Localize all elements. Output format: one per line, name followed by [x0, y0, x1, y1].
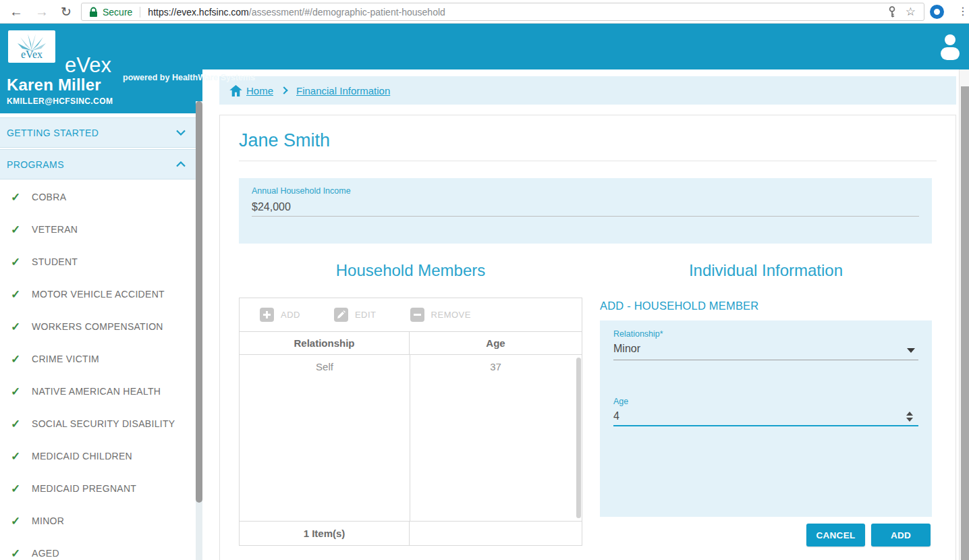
- main-content: Home Financial Information Jane Smith An…: [202, 69, 959, 560]
- age-field-label: Age: [613, 397, 628, 406]
- check-icon: ✓: [11, 514, 32, 528]
- page-scrollbar[interactable]: [959, 69, 969, 560]
- brand-title: eVex: [65, 55, 111, 76]
- home-icon[interactable]: [229, 85, 242, 96]
- age-input[interactable]: [613, 408, 918, 426]
- url-separator: [140, 7, 140, 18]
- edit-member-button[interactable]: EDIT: [334, 308, 377, 322]
- column-divider: [410, 355, 410, 521]
- bookmark-star-icon[interactable]: ☆: [906, 6, 916, 18]
- program-label: MEDICAID CHILDREN: [32, 451, 132, 461]
- sidebar-program-item[interactable]: ✓ MEDICAID CHILDREN: [0, 440, 196, 472]
- check-icon: ✓: [11, 449, 32, 464]
- divider: [239, 161, 937, 161]
- check-icon: ✓: [11, 190, 32, 204]
- breadcrumb-current-link[interactable]: Financial Information: [296, 85, 390, 96]
- sidebar-program-item[interactable]: ✓ CRIME VICTIM: [0, 343, 196, 375]
- table-body: Self 37: [240, 355, 582, 521]
- program-label: CRIME VICTIM: [32, 354, 99, 364]
- check-icon: ✓: [11, 320, 32, 334]
- table-row[interactable]: Self 37: [240, 355, 582, 379]
- evex-logo: eVex: [8, 30, 55, 63]
- address-bar[interactable]: Secure https://evex.hcfsinc.com/assessme…: [81, 3, 924, 21]
- sidebar-program-item[interactable]: ✓ AGED: [0, 537, 196, 560]
- sidebar-scrollbar[interactable]: [196, 101, 202, 560]
- sidebar-program-item[interactable]: ✓ VETERAN: [0, 213, 196, 246]
- check-icon: ✓: [11, 287, 32, 302]
- table-scrollbar-thumb[interactable]: [576, 358, 581, 518]
- content-card: Jane Smith Annual Household Income House…: [219, 115, 956, 560]
- program-label: COBRA: [32, 192, 66, 202]
- chevron-up-icon: [175, 161, 186, 167]
- sidebar-section-getting-started[interactable]: GETTING STARTED: [0, 117, 196, 148]
- breadcrumb: Home Financial Information: [219, 76, 956, 105]
- program-label: WORKERS COMPENSATION: [32, 321, 163, 332]
- select-dropdown-arrow-icon: [907, 348, 915, 353]
- edit-button-label: EDIT: [355, 310, 377, 320]
- program-label: NATIVE AMERICAN HEALTH: [32, 386, 161, 397]
- user-account-icon[interactable]: [940, 33, 960, 63]
- pencil-icon: [334, 308, 348, 322]
- number-spinner-icon[interactable]: [905, 412, 914, 422]
- relationship-selected-value: Minor: [613, 343, 640, 355]
- cancel-button[interactable]: CANCEL: [806, 524, 865, 547]
- check-icon: ✓: [11, 482, 32, 496]
- padlock-icon[interactable]: [89, 7, 98, 18]
- sidebar-program-item[interactable]: ✓ MEDICAID PREGNANT: [0, 472, 196, 505]
- sidebar-program-item[interactable]: ✓ SOCIAL SECURITY DISABILITY: [0, 408, 196, 440]
- back-button-icon[interactable]: ←: [8, 5, 24, 18]
- check-icon: ✓: [11, 385, 32, 399]
- sidebar: Karen Miller KMILLER@HCFSINC.COM GETTING…: [0, 69, 202, 560]
- add-member-button[interactable]: ADD: [260, 308, 300, 322]
- chevron-down-icon: [175, 130, 186, 136]
- check-icon: ✓: [11, 352, 32, 366]
- table-footer: 1 Item(s): [240, 521, 582, 545]
- table-header-row: Relationship Age: [240, 332, 582, 355]
- url-host: https://evex.hcfsinc.com: [148, 7, 248, 18]
- minus-icon: [410, 308, 424, 322]
- remove-member-button[interactable]: REMOVE: [410, 308, 471, 322]
- reload-button-icon[interactable]: ↻: [58, 5, 74, 18]
- check-icon: ✓: [11, 223, 32, 237]
- check-icon: ✓: [11, 547, 32, 560]
- browser-menu-icon[interactable]: ⋮: [958, 5, 968, 18]
- spinner-down-arrow[interactable]: [906, 418, 913, 422]
- add-button[interactable]: ADD: [871, 524, 931, 547]
- program-label: AGED: [32, 548, 59, 559]
- sidebar-program-item[interactable]: ✓ COBRA: [0, 181, 196, 213]
- secure-label: Secure: [103, 7, 132, 18]
- sidebar-program-item[interactable]: ✓ WORKERS COMPENSATION: [0, 310, 196, 343]
- column-header-age: Age: [410, 332, 582, 354]
- powered-by-text: powered by HealthWare Systems: [123, 73, 255, 82]
- sidebar-scrollbar-thumb[interactable]: [196, 101, 202, 503]
- app-header: eVex eVex powered by HealthWare Systems: [0, 24, 969, 69]
- sidebar-program-item[interactable]: ✓ MOTOR VEHICLE ACCIDENT: [0, 278, 196, 310]
- program-list: ✓ COBRA ✓ VETERAN ✓ STUDENT ✓ MOTOR VEHI…: [0, 181, 202, 560]
- household-members-title: Household Members: [239, 261, 582, 280]
- getting-started-label: GETTING STARTED: [7, 128, 175, 138]
- relationship-select[interactable]: Minor: [613, 341, 918, 360]
- programs-label: PROGRAMS: [7, 159, 175, 170]
- breadcrumb-home-link[interactable]: Home: [246, 85, 273, 96]
- individual-information-title: Individual Information: [600, 261, 932, 280]
- program-label: SOCIAL SECURITY DISABILITY: [32, 418, 175, 429]
- household-members-table: ADD EDIT REMOVE Relationship Age: [239, 298, 582, 546]
- add-household-member-subtitle: ADD - HOUSEHOLD MEMBER: [600, 300, 758, 312]
- page-scrollbar-thumb[interactable]: [961, 86, 969, 560]
- password-key-icon[interactable]: [888, 6, 896, 18]
- plus-icon: [260, 308, 274, 322]
- profile-badge-icon[interactable]: [930, 5, 944, 19]
- check-icon: ✓: [11, 417, 32, 431]
- spinner-up-arrow[interactable]: [906, 412, 913, 416]
- remove-button-label: REMOVE: [431, 310, 471, 320]
- program-label: MOTOR VEHICLE ACCIDENT: [32, 289, 165, 300]
- sidebar-program-item[interactable]: ✓ STUDENT: [0, 246, 196, 278]
- sidebar-program-item[interactable]: ✓ MINOR: [0, 505, 196, 537]
- relationship-field-label: Relationship*: [613, 329, 663, 339]
- income-input[interactable]: [252, 198, 919, 217]
- sidebar-program-item[interactable]: ✓ NATIVE AMERICAN HEALTH: [0, 375, 196, 408]
- forward-button-icon[interactable]: →: [34, 5, 50, 18]
- breadcrumb-separator-icon: [280, 86, 287, 94]
- sidebar-section-programs[interactable]: PROGRAMS: [0, 149, 196, 179]
- browser-toolbar: ← → ↻ Secure https://evex.hcfsinc.com/as…: [0, 0, 969, 24]
